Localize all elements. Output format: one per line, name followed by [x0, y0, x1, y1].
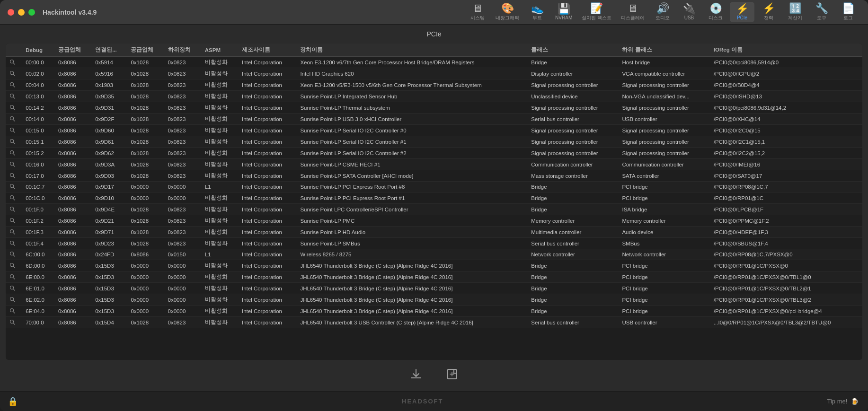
svg-line-47 — [13, 323, 15, 324]
search-icon[interactable] — [6, 249, 22, 260]
search-icon[interactable] — [6, 114, 22, 125]
col-header-Debug: Debug — [22, 44, 54, 57]
cell-did: 0x9D23 — [91, 238, 127, 249]
search-icon[interactable] — [6, 271, 22, 283]
toolbar-item-installed[interactable]: 📝설치된 텍스트 — [578, 1, 615, 23]
table-row[interactable]: 00:15.20x80860x9D620x10280x0823비활성화Intel… — [6, 148, 862, 159]
cell-aspm: 비활성화 — [201, 317, 238, 328]
cell-ssid: 0x0000 — [164, 306, 201, 317]
toolbar-item-display[interactable]: 🖥디스플레이 — [617, 1, 648, 23]
table-row[interactable]: 6C:00.00x80860x24FD0x80860x0150L1Intel C… — [6, 249, 862, 260]
table-row[interactable]: 6D:00.00x80860x15D30x00000x0000비활성화Intel… — [6, 260, 862, 271]
cell-vendor: Intel Corporation — [238, 91, 296, 102]
toolbar-item-boot[interactable]: 👟부트 — [525, 1, 549, 23]
toolbar-item-usb[interactable]: 🔌USB — [677, 2, 701, 22]
table-row[interactable]: 00:02.00x80860x59160x10280x0823비활성화Intel… — [6, 68, 862, 79]
search-icon[interactable] — [6, 170, 22, 182]
cell-vendor: Intel Corporation — [238, 79, 296, 91]
search-icon[interactable] — [6, 192, 22, 204]
search-icon[interactable] — [6, 136, 22, 148]
close-button[interactable] — [8, 9, 14, 16]
search-icon[interactable] — [6, 159, 22, 170]
search-icon[interactable] — [6, 68, 22, 79]
toolbar-item-tools[interactable]: 🔧도구 — [809, 1, 834, 23]
table-row[interactable]: 00:1C.70x80860x9D170x00000x0000L1Intel C… — [6, 182, 862, 192]
search-icon[interactable] — [6, 306, 22, 317]
cell-vendor: Intel Corporation — [238, 159, 296, 170]
table-row[interactable]: 00:14.20x80860x9D310x10280x0823비활성화Intel… — [6, 102, 862, 114]
table-row[interactable]: 70:00.00x80860x15D40x10280x0823비활성화Intel… — [6, 317, 862, 328]
header-row: Debug공급업체연결된...공급업체하위장치ASPM제조사이름장치이름클래스하… — [6, 44, 862, 57]
cell-class: Bridge — [527, 192, 618, 204]
search-icon[interactable] — [6, 148, 22, 159]
cell-device: Wireless 8265 / 8275 — [296, 249, 527, 260]
toolbar-item-power[interactable]: ⚡전력 — [756, 1, 781, 23]
toolbar-item-log[interactable]: 📄로그 — [836, 1, 860, 23]
cell-vendor: Intel Corporation — [238, 306, 296, 317]
cell-class: Bridge — [527, 294, 618, 306]
search-icon[interactable] — [6, 204, 22, 215]
toolbar-item-graphics[interactable]: 🎨내장그래픽 — [492, 1, 523, 23]
cell-debug: 00:15.2 — [22, 148, 54, 159]
svg-line-43 — [13, 300, 15, 302]
toolbar-item-nvram[interactable]: 💾NVRAM — [551, 2, 576, 22]
cell-subclass: PCI bridge — [618, 192, 709, 204]
minimize-button[interactable] — [18, 9, 25, 16]
table-row[interactable]: 00:14.00x80860x9D2F0x10280x0823비활성화Intel… — [6, 114, 862, 125]
cell-ioreg: /PCI0@0/SBUS@1F,4 — [710, 238, 862, 249]
cell-ioreg: /PCI0@0/ISHD@13 — [710, 91, 862, 102]
svg-point-12 — [10, 128, 14, 131]
table-row[interactable]: 6E:00.00x80860x15D30x00000x0000비활성화Intel… — [6, 271, 862, 283]
table-body: 00:00.00x80860x59140x10280x0823비활성화Intel… — [6, 57, 862, 328]
table-row[interactable]: 00:16.00x80860x9D3A0x10280x0823비활성화Intel… — [6, 159, 862, 170]
table-row[interactable]: 00:1C.00x80860x9D100x00000x0000비활성화Intel… — [6, 192, 862, 204]
search-icon[interactable] — [6, 227, 22, 238]
search-icon[interactable] — [6, 317, 22, 328]
table-row[interactable]: 00:13.00x80860x9D350x10280x0823비활성화Intel… — [6, 91, 862, 102]
table-row[interactable]: 00:17.00x80860x9D030x10280x0823비활성화Intel… — [6, 170, 862, 182]
search-icon[interactable] — [6, 294, 22, 306]
table-row[interactable]: 6E:01.00x80860x15D30x00000x0000비활성화Intel… — [6, 283, 862, 294]
toolbar-item-calc[interactable]: 🔢계산기 — [783, 1, 807, 23]
table-row[interactable]: 00:15.10x80860x9D610x10280x0823비활성화Intel… — [6, 136, 862, 148]
tools-icon: 🔧 — [815, 3, 828, 14]
toolbar-item-pcie[interactable]: ⚡PCIe — [730, 2, 754, 22]
search-icon[interactable] — [6, 91, 22, 102]
table-row[interactable]: 00:1F.40x80860x9D230x10280x0823비활성화Intel… — [6, 238, 862, 249]
cell-debug: 00:17.0 — [22, 170, 54, 182]
table-row[interactable]: 00:15.00x80860x9D600x10280x0823비활성화Intel… — [6, 125, 862, 136]
search-icon[interactable] — [6, 260, 22, 271]
cell-vid: 0x8086 — [54, 204, 91, 215]
table-row[interactable]: 00:04.00x80860x19030x10280x0823비활성화Intel… — [6, 79, 862, 91]
table-row[interactable]: 00:1F.00x80860x9D4E0x10280x0823비활성화Intel… — [6, 204, 862, 215]
table-row[interactable]: 6E:02.00x80860x15D30x00000x0000비활성화Intel… — [6, 294, 862, 306]
cell-vid: 0x8086 — [54, 136, 91, 148]
cell-vid: 0x8086 — [54, 238, 91, 249]
cell-debug: 00:14.0 — [22, 114, 54, 125]
maximize-button[interactable] — [28, 9, 35, 16]
pcie-table-container[interactable]: Debug공급업체연결된...공급업체하위장치ASPM제조사이름장치이름클래스하… — [6, 44, 862, 360]
cell-did: 0x15D3 — [91, 260, 127, 271]
svg-line-7 — [13, 97, 15, 98]
search-icon[interactable] — [6, 283, 22, 294]
table-row[interactable]: 00:1F.20x80860x9D210x10280x0823비활성화Intel… — [6, 215, 862, 227]
table-row[interactable]: 00:1F.30x80860x9D710x10280x0823비활성화Intel… — [6, 227, 862, 238]
search-icon[interactable] — [6, 182, 22, 192]
table-row[interactable]: 00:00.00x80860x59140x10280x0823비활성화Intel… — [6, 57, 862, 68]
search-icon[interactable] — [6, 215, 22, 227]
export-button[interactable] — [443, 366, 461, 385]
table-row[interactable]: 6E:04.00x80860x15D30x00000x0000비활성화Intel… — [6, 306, 862, 317]
toolbar-item-system[interactable]: 🖥시스템 — [465, 1, 490, 23]
cell-subclass: SATA controller — [618, 170, 709, 182]
cell-vid: 0x8086 — [54, 227, 91, 238]
search-icon[interactable] — [6, 79, 22, 91]
cell-aspm: 비활성화 — [201, 170, 238, 182]
toolbar-item-audio[interactable]: 🔊오디오 — [650, 1, 675, 23]
download-button[interactable] — [407, 366, 425, 385]
search-icon[interactable] — [6, 57, 22, 68]
col-header-: 하위 클래스 — [618, 44, 709, 57]
search-icon[interactable] — [6, 102, 22, 114]
search-icon[interactable] — [6, 238, 22, 249]
search-icon[interactable] — [6, 125, 22, 136]
toolbar-item-disk[interactable]: 💿디스크 — [703, 1, 728, 23]
